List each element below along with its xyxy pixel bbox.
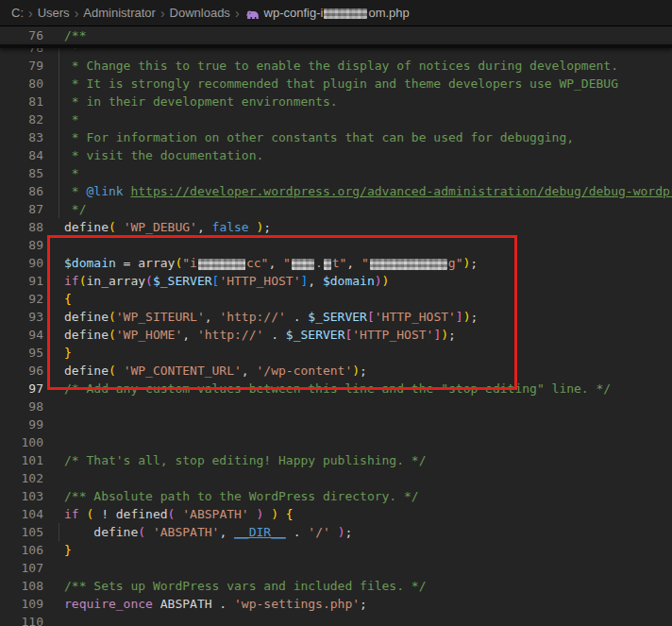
code-token: . xyxy=(286,310,308,324)
line-number[interactable]: 84 xyxy=(0,146,43,164)
code-token: , xyxy=(242,364,257,378)
code-line[interactable]: 97/* Add any custom values between this … xyxy=(0,380,672,398)
code-line[interactable]: 98 xyxy=(0,398,672,415)
line-number[interactable]: 91 xyxy=(0,272,43,290)
line-number[interactable]: 81 xyxy=(0,93,43,110)
code-line[interactable]: 100 xyxy=(0,433,672,451)
line-number[interactable]: 103 xyxy=(0,487,43,505)
code-line[interactable]: 76/** xyxy=(0,26,672,44)
code-line[interactable]: 109require_once ABSPATH . 'wp-settings.p… xyxy=(0,595,672,613)
line-number[interactable]: 106 xyxy=(0,541,43,559)
line-number[interactable]: 110 xyxy=(0,613,43,626)
code-line[interactable]: 79 * Change this to true to enable the d… xyxy=(0,57,672,75)
code-line[interactable]: 95} xyxy=(0,344,672,362)
code-editor: 76/**78 *79 * Change this to true to ena… xyxy=(0,26,672,626)
code-line-content: * For information on other constants tha… xyxy=(43,128,672,146)
code-line[interactable]: 107 xyxy=(0,559,672,577)
code-line[interactable]: 93define('WP_SITEURL', 'http://' . $_SER… xyxy=(0,308,672,326)
line-number[interactable]: 109 xyxy=(0,595,43,613)
line-number[interactable]: 99 xyxy=(0,415,43,433)
line-number[interactable]: 100 xyxy=(0,433,43,451)
breadcrumb-filename[interactable]: wp-config-iom.php xyxy=(264,6,410,20)
line-number[interactable]: 105 xyxy=(0,523,43,541)
code-token: false xyxy=(212,220,249,234)
code-line-content: * Change this to true to enable the disp… xyxy=(43,57,672,75)
line-number[interactable]: 83 xyxy=(0,128,43,146)
code-line-content: define( 'ABSPATH', __DIR__ . '/' ); xyxy=(43,523,672,541)
line-number[interactable]: 107 xyxy=(0,559,43,577)
breadcrumb-item[interactable]: Users xyxy=(38,6,70,20)
code-line[interactable]: 90$domain = array("icc", ".t", "g"); xyxy=(0,254,672,272)
code-line[interactable]: 91if(in_array($_SERVER['HTTP_HOST'], $do… xyxy=(0,272,672,290)
code-line[interactable]: 108/** Sets up WordPress vars and includ… xyxy=(0,577,672,595)
code-token: , xyxy=(197,220,212,234)
code-token: * in their development environments. xyxy=(64,94,338,109)
code-token: /** xyxy=(64,28,86,42)
line-number[interactable]: 93 xyxy=(0,308,43,326)
line-number[interactable]: 76 xyxy=(0,26,43,44)
line-number[interactable]: 88 xyxy=(0,218,43,236)
line-number[interactable]: 96 xyxy=(0,362,43,380)
line-number[interactable]: 94 xyxy=(0,326,43,344)
code-line[interactable]: 104if ( ! defined( 'ABSPATH' ) ) { xyxy=(0,505,672,523)
code-token: 'HTTP_HOST' xyxy=(352,328,433,342)
line-number[interactable]: 108 xyxy=(0,577,43,595)
code-token: ( xyxy=(109,364,116,378)
code-token: 'http://' xyxy=(197,328,263,342)
line-number[interactable]: 80 xyxy=(0,75,43,93)
line-number[interactable]: 86 xyxy=(0,182,43,200)
code-line[interactable]: 87 */ xyxy=(0,200,672,218)
line-number[interactable]: 82 xyxy=(0,110,43,128)
line-number[interactable]: 95 xyxy=(0,344,43,362)
code-line[interactable]: 88define( 'WP_DEBUG', false ); xyxy=(0,218,672,236)
line-number[interactable]: 90 xyxy=(0,254,43,272)
code-line[interactable]: 106} xyxy=(0,541,672,559)
code-token: array xyxy=(138,256,175,270)
line-number[interactable]: 104 xyxy=(0,505,43,523)
line-number[interactable]: 89 xyxy=(0,236,43,254)
code-line[interactable]: 105 define( 'ABSPATH', __DIR__ . '/' ); xyxy=(0,523,672,541)
code-line[interactable]: 85 * xyxy=(0,164,672,182)
breadcrumb-item[interactable]: Downloads xyxy=(170,6,230,20)
code-line-content: define('WP_SITEURL', 'http://' . $_SERVE… xyxy=(43,308,672,326)
code-line[interactable]: 96define( 'WP_CONTENT_URL', '/wp-content… xyxy=(0,362,672,380)
code-line[interactable]: 102 xyxy=(0,469,672,487)
clipped-line-wrapper: 78 * xyxy=(0,48,672,57)
code-token: ) xyxy=(382,274,390,288)
code-token xyxy=(249,507,257,521)
code-line[interactable]: 78 * xyxy=(0,48,672,57)
code-line[interactable]: 82 * xyxy=(0,110,672,128)
code-token: * xyxy=(64,112,79,127)
breadcrumb-item[interactable]: Administrator xyxy=(83,6,156,20)
code-line[interactable]: 92{ xyxy=(0,290,672,308)
code-line[interactable]: 80 * It is strongly recommended that plu… xyxy=(0,75,672,93)
code-line[interactable]: 81 * in their development environments. xyxy=(0,93,672,110)
code-line-content: if ( ! defined( 'ABSPATH' ) ) { xyxy=(43,505,672,523)
code-line-content: $domain = array("icc", ".t", "g"); xyxy=(43,254,672,272)
line-number[interactable]: 79 xyxy=(0,57,43,75)
line-number[interactable]: 97 xyxy=(0,380,43,398)
code-line[interactable]: 84 * visit the documentation. xyxy=(0,146,672,164)
code-token: , xyxy=(182,328,197,342)
code-line[interactable]: 101/* That's all, stop editing! Happy pu… xyxy=(0,451,672,469)
filename-text: om.php xyxy=(368,6,409,20)
code-line[interactable]: 89 xyxy=(0,236,672,254)
code-line-content: } xyxy=(43,541,672,559)
code-line[interactable]: 83 * For information on other constants … xyxy=(0,128,672,146)
line-number[interactable]: 98 xyxy=(0,398,43,415)
line-number[interactable]: 92 xyxy=(0,290,43,308)
code-line[interactable]: 103/** Absolute path to the WordPress di… xyxy=(0,487,672,505)
code-line[interactable]: 86 * @link https://developer.wordpress.o… xyxy=(0,182,672,200)
line-number[interactable]: 101 xyxy=(0,451,43,469)
line-number[interactable]: 102 xyxy=(0,469,43,487)
line-number[interactable]: 78 xyxy=(0,48,43,57)
code-line-content: define('WP_HOME', 'http://' . $_SERVER['… xyxy=(43,326,672,344)
code-token: " xyxy=(361,256,369,270)
line-number[interactable]: 87 xyxy=(0,200,43,218)
line-number[interactable]: 85 xyxy=(0,164,43,182)
code-line[interactable]: 94define('WP_HOME', 'http://' . $_SERVER… xyxy=(0,326,672,344)
breadcrumb-item[interactable]: C: xyxy=(11,6,24,20)
code-line[interactable]: 110 xyxy=(0,613,672,626)
code-line[interactable]: 99 xyxy=(0,415,672,433)
code-token: = xyxy=(116,256,138,270)
